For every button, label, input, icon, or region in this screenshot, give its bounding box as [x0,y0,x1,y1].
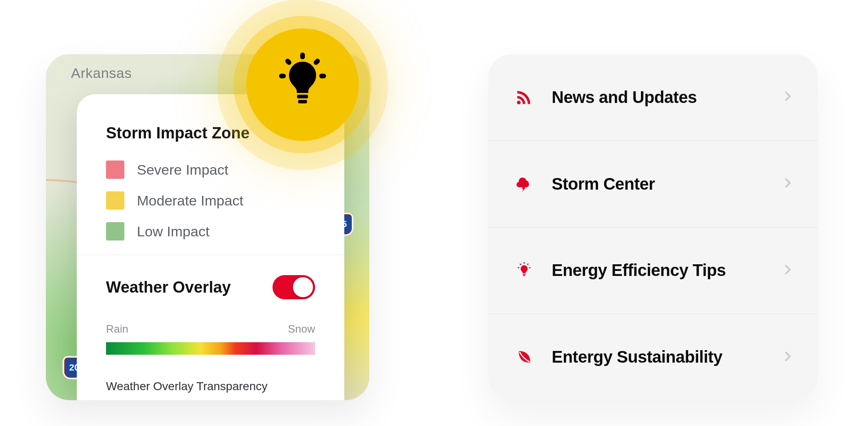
svg-rect-0 [297,95,308,98]
svg-rect-4 [284,58,292,65]
svg-rect-14 [529,267,530,268]
scale-label-rain: Rain [106,323,128,336]
list-item-sustainability[interactable]: Entergy Sustainability [488,314,818,400]
legend-label: Moderate Impact [137,193,243,209]
svg-point-7 [517,101,521,105]
list-item-label: News and Updates [552,88,766,107]
lightbulb-icon [271,53,334,117]
storm-icon [512,172,536,195]
svg-rect-6 [279,74,286,78]
legend-row-severe: Severe Impact [106,160,315,179]
rss-icon [512,85,536,109]
divider [77,255,344,255]
svg-rect-12 [527,263,529,266]
weather-overlay-transparency-label: Weather Overlay Transparency [106,380,315,393]
leaf-icon [512,346,536,369]
svg-rect-13 [520,263,522,266]
list-item-label: Energy Efficiency Tips [552,261,766,280]
legend-swatch-low [106,222,124,241]
resources-list: News and Updates Storm Center [488,54,818,400]
legend-label: Severe Impact [137,162,228,178]
list-item-news[interactable]: News and Updates [488,54,818,141]
list-item-label: Entergy Sustainability [552,348,766,366]
weather-overlay-toggle[interactable] [273,275,315,299]
chevron-right-icon [782,177,794,190]
legend-row-moderate: Moderate Impact [106,191,315,210]
svg-rect-9 [523,274,526,275]
weather-overlay-title: Weather Overlay [106,278,231,296]
svg-rect-1 [298,100,307,103]
list-item-label: Storm Center [552,175,766,193]
svg-rect-11 [524,262,525,264]
weather-scale-gradient [106,342,315,355]
legend-row-low: Low Impact [106,222,315,241]
list-item-efficiency-tips[interactable]: Energy Efficiency Tips [488,228,818,314]
tips-badge [246,28,359,141]
legend-swatch-severe [106,160,124,179]
lightbulb-icon [512,259,536,282]
svg-rect-15 [517,267,519,268]
toggle-knob [293,277,313,297]
chevron-right-icon [782,264,794,277]
svg-rect-2 [300,53,305,59]
weather-scale-labels: Rain Snow [106,323,315,336]
chevron-right-icon [782,351,794,364]
chevron-right-icon [782,90,794,104]
weather-overlay-header: Weather Overlay [106,275,315,299]
map-state-label: Arkansas [71,65,132,81]
scale-label-snow: Snow [288,323,315,336]
svg-rect-5 [319,74,326,78]
legend-swatch-moderate [106,191,124,210]
svg-rect-10 [523,275,525,276]
svg-rect-3 [313,58,320,65]
legend-label: Low Impact [137,223,209,240]
list-item-storm-center[interactable]: Storm Center [488,141,818,228]
